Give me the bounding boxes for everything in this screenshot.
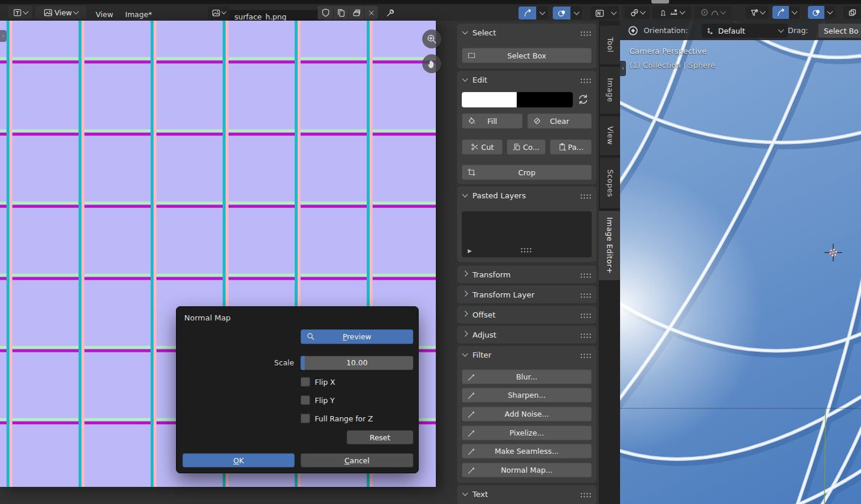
- snapping-group[interactable]: [652, 6, 691, 19]
- proportional-editing-group[interactable]: [694, 6, 731, 19]
- orientation-dropdown[interactable]: Default: [702, 24, 788, 38]
- clear-button[interactable]: Clear: [527, 113, 592, 129]
- tab-tool[interactable]: Tool: [600, 25, 621, 65]
- cancel-button[interactable]: Cancel: [301, 453, 413, 467]
- swap-colors-button[interactable]: [578, 94, 591, 106]
- viewport-overlays-toggle[interactable]: [808, 6, 824, 19]
- gizmos-toggle[interactable]: [518, 6, 536, 19]
- subpanel-play-icon[interactable]: ▶: [468, 248, 472, 254]
- ok-button[interactable]: OK: [182, 453, 295, 467]
- filter-normal-map-button[interactable]: Normal Map...: [462, 463, 592, 477]
- list-drag-grip[interactable]: [520, 247, 531, 253]
- menu-image[interactable]: Image*: [122, 8, 155, 21]
- tab-image-editor-plus[interactable]: Image Editor+: [599, 210, 621, 281]
- panel-edit-header[interactable]: Edit: [463, 71, 487, 89]
- panel-filter-header[interactable]: Filter: [463, 346, 491, 364]
- zoom-gizmo-button[interactable]: [422, 30, 441, 48]
- swap-colors-icon: [578, 94, 589, 105]
- panel-drag-grip[interactable]: [580, 273, 591, 278]
- chevron-down-icon: [611, 9, 617, 15]
- panel-pasted-layers-header[interactable]: Pasted Layers: [463, 186, 526, 204]
- background-color-swatch[interactable]: [517, 92, 573, 107]
- filter-blur-button[interactable]: Blur...: [462, 369, 592, 384]
- copy-label: Co...: [523, 143, 539, 152]
- panel-drag-grip[interactable]: [580, 492, 591, 498]
- panel-adjust[interactable]: Adjust: [457, 326, 596, 343]
- viewport-gizmos-dropdown[interactable]: [789, 6, 800, 19]
- visibility-filter-button[interactable]: [745, 6, 769, 19]
- copy-button[interactable]: Co...: [507, 139, 546, 155]
- panel-drag-grip[interactable]: [580, 333, 591, 338]
- proportional-icon: [700, 8, 709, 17]
- viewport-overlays-dropdown[interactable]: [824, 6, 835, 19]
- duplicate-image-button[interactable]: [334, 6, 348, 19]
- panel-drag-grip[interactable]: [580, 353, 591, 358]
- reset-button[interactable]: Reset: [347, 430, 413, 444]
- preview-toggle-button[interactable]: Preview: [301, 329, 413, 344]
- shading-mode-button[interactable]: [843, 6, 861, 19]
- overlays-dropdown[interactable]: [570, 6, 582, 19]
- panel-drag-grip[interactable]: [580, 194, 591, 199]
- tab-scopes[interactable]: Scopes: [600, 157, 621, 209]
- axis-icon: [706, 27, 714, 35]
- panel-title: Offset: [472, 310, 495, 319]
- crop-button[interactable]: Crop: [462, 165, 592, 180]
- shading-icon: [848, 8, 857, 17]
- display-mode-dropdown[interactable]: View: [35, 6, 86, 19]
- gizmos-dropdown[interactable]: [536, 6, 548, 19]
- orientation-label: Orientation:: [644, 21, 688, 40]
- pack-image-button[interactable]: [349, 6, 364, 19]
- tab-view[interactable]: View: [600, 116, 621, 156]
- tab-image[interactable]: Image: [600, 66, 621, 114]
- pan-gizmo-button[interactable]: [422, 54, 441, 73]
- pasted-layers-list[interactable]: ▶: [462, 211, 592, 257]
- viewport-sidebar-toggle[interactable]: ›: [620, 61, 626, 76]
- paste-button[interactable]: Pa...: [550, 139, 592, 155]
- panel-drag-grip[interactable]: [580, 293, 591, 298]
- filter-sharpen-button[interactable]: Sharpen...: [462, 388, 592, 402]
- area-corner-notch[interactable]: [651, 0, 669, 4]
- chevron-down-icon: [827, 9, 833, 15]
- panel-select-header[interactable]: Select: [463, 24, 496, 41]
- sidebar-toggle-arrow[interactable]: ›: [0, 30, 6, 42]
- panel-drag-grip[interactable]: [580, 313, 591, 318]
- scale-slider[interactable]: 10.00: [301, 356, 413, 370]
- editor-type-button[interactable]: [8, 6, 32, 19]
- filter-pixelize-button[interactable]: Pixelize...: [462, 426, 592, 440]
- cut-button[interactable]: Cut: [462, 139, 503, 155]
- viewport-3d[interactable]: Camera Perspective (1) Collection | Sphe…: [620, 21, 861, 504]
- pivot-point-button[interactable]: [625, 6, 650, 19]
- unlink-image-button[interactable]: [364, 6, 378, 19]
- panel-drag-grip[interactable]: [580, 78, 591, 83]
- overlays-toggle[interactable]: [553, 6, 570, 19]
- panel-title: Transform: [472, 270, 511, 279]
- render-slot-button[interactable]: [591, 6, 608, 19]
- fill-button[interactable]: Fill: [462, 113, 523, 129]
- panel-title: Edit: [472, 76, 487, 84]
- filter-add-noise-button[interactable]: Add Noise...: [462, 407, 592, 421]
- panel-offset[interactable]: Offset: [457, 306, 596, 323]
- menu-view[interactable]: View: [92, 8, 117, 21]
- image-browse-button[interactable]: [208, 6, 229, 19]
- viewport-gizmos-toggle[interactable]: [772, 6, 789, 19]
- flip-y-checkbox[interactable]: [301, 395, 310, 405]
- 3d-cursor: [824, 244, 842, 261]
- paste-icon: [558, 143, 566, 151]
- panel-transform[interactable]: Transform: [457, 266, 596, 283]
- eraser-icon: [533, 117, 542, 126]
- chevron-down-icon: [462, 192, 468, 198]
- flip-x-checkbox[interactable]: [301, 377, 310, 387]
- close-icon: [368, 9, 375, 17]
- panel-text[interactable]: Text: [457, 485, 596, 504]
- filter-make-seamless-button[interactable]: Make Seamless...: [462, 444, 592, 459]
- panel-drag-grip[interactable]: [580, 31, 591, 36]
- full-range-z-checkbox[interactable]: [301, 414, 310, 423]
- pin-button[interactable]: [384, 7, 397, 19]
- drag-mode-button[interactable]: Select Bo: [818, 24, 861, 38]
- render-slot-dropdown[interactable]: [608, 6, 619, 19]
- foreground-color-swatch[interactable]: [462, 92, 517, 107]
- magnet-icon: [659, 8, 667, 17]
- panel-transform-layer[interactable]: Transform Layer: [457, 286, 596, 303]
- fake-user-button[interactable]: [318, 6, 333, 19]
- select-box-button[interactable]: Select Box: [462, 48, 592, 63]
